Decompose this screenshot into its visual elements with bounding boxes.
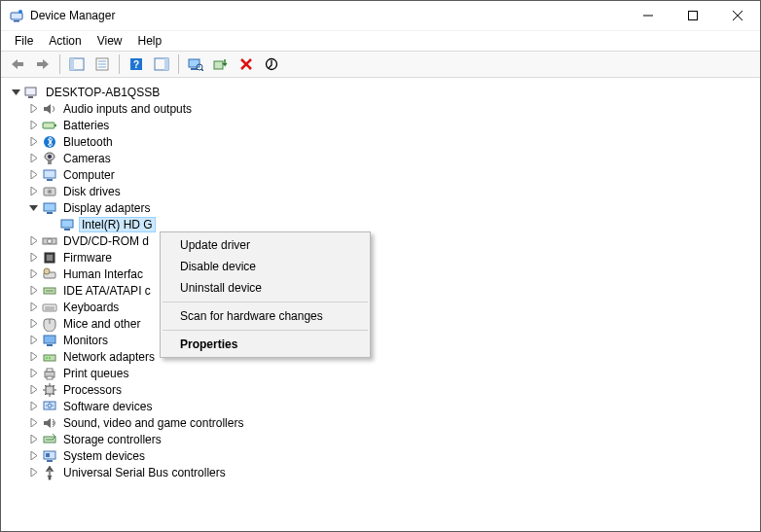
category-sound[interactable]: Sound, video and game controllers (9, 414, 760, 431)
sound-icon (42, 415, 57, 431)
toolbar-separator (178, 54, 179, 74)
category-firmware[interactable]: Firmware (9, 249, 760, 266)
expand-icon[interactable] (26, 135, 40, 149)
category-monitors[interactable]: Monitors (9, 332, 760, 348)
expand-icon[interactable] (26, 284, 40, 298)
monitors-icon (42, 333, 57, 348)
svg-rect-63 (44, 402, 55, 409)
category-bluetooth[interactable]: Bluetooth (9, 133, 760, 150)
menu-view[interactable]: View (90, 32, 130, 50)
category-network[interactable]: Network adapters (9, 348, 760, 365)
ctx-uninstall-device[interactable]: Uninstall device (161, 277, 370, 299)
ctx-scan-hardware[interactable]: Scan for hardware changes (161, 305, 370, 327)
expand-icon[interactable] (26, 367, 40, 380)
update-driver-button[interactable] (209, 53, 233, 76)
category-mice[interactable]: Mice and other (9, 315, 760, 332)
expand-icon[interactable] (26, 317, 40, 331)
svg-rect-67 (47, 460, 53, 462)
expand-icon[interactable] (26, 301, 40, 314)
ide-icon (42, 283, 57, 299)
svg-point-57 (46, 357, 48, 359)
tree-root[interactable]: DESKTOP-AB1QSSB (9, 84, 760, 100)
category-softdev[interactable]: Software devices (9, 398, 760, 414)
ctx-properties[interactable]: Properties (161, 334, 370, 355)
expand-icon[interactable] (26, 400, 40, 413)
category-sysdev[interactable]: System devices (9, 447, 760, 464)
svg-line-20 (201, 69, 203, 71)
svg-rect-28 (54, 124, 56, 126)
menu-action[interactable]: Action (41, 32, 89, 50)
category-keyboards[interactable]: Keyboards (9, 299, 760, 315)
expand-icon[interactable] (26, 234, 40, 248)
expand-icon[interactable] (26, 350, 40, 364)
maximize-button[interactable] (670, 1, 715, 30)
ctx-update-driver[interactable]: Update driver (161, 234, 370, 256)
device-tree[interactable]: DESKTOP-AB1QSSB Audio inputs and outputs… (1, 78, 760, 531)
expand-icon[interactable] (26, 185, 40, 198)
action-pane-button[interactable] (150, 53, 173, 76)
toolbar: ? (1, 51, 760, 78)
category-hid[interactable]: Human Interfac (9, 266, 760, 282)
svg-rect-40 (61, 220, 73, 228)
menu-file[interactable]: File (7, 32, 41, 50)
show-hide-tree-button[interactable] (65, 53, 89, 76)
disable-button[interactable] (260, 53, 283, 76)
forward-button[interactable] (31, 53, 54, 76)
category-disk[interactable]: Disk drives (9, 183, 760, 199)
window-title: Device Manager (30, 9, 115, 22)
category-dvd[interactable]: DVD/CD-ROM d (9, 232, 760, 249)
batteries-icon (42, 118, 57, 133)
device-display_child[interactable]: Intel(R) HD G (9, 216, 760, 232)
svg-rect-61 (47, 376, 53, 379)
ctx-disable-device[interactable]: Disable device (161, 256, 370, 277)
category-storage[interactable]: Storage controllers (9, 431, 760, 447)
minimize-button[interactable] (626, 1, 670, 30)
svg-rect-4 (689, 12, 698, 20)
svg-rect-16 (164, 58, 168, 70)
category-label: Audio inputs and outputs (61, 101, 194, 117)
back-button[interactable] (6, 53, 29, 76)
uninstall-button[interactable] (235, 53, 258, 76)
properties-button[interactable] (91, 53, 114, 76)
display-icon (42, 200, 57, 216)
category-processors[interactable]: Processors (9, 381, 760, 398)
svg-point-31 (48, 155, 52, 159)
category-label: Mice and other (61, 316, 142, 332)
category-display[interactable]: Display adapters (9, 199, 760, 216)
mice-icon (42, 316, 57, 332)
expand-icon[interactable] (26, 251, 40, 265)
category-label: DVD/CD-ROM d (61, 233, 151, 249)
category-label: Display adapters (61, 200, 152, 216)
category-ide[interactable]: IDE ATA/ATAPI c (9, 282, 760, 299)
expand-icon[interactable] (26, 119, 40, 132)
category-label: Cameras (61, 151, 113, 166)
collapse-icon[interactable] (9, 86, 22, 99)
svg-rect-62 (46, 386, 54, 394)
category-batteries[interactable]: Batteries (9, 117, 760, 133)
expand-icon[interactable] (26, 416, 40, 430)
help-button[interactable]: ? (125, 53, 148, 76)
category-computer[interactable]: Computer (9, 166, 760, 183)
svg-rect-17 (189, 59, 199, 67)
expand-icon[interactable] (26, 449, 40, 463)
collapse-icon[interactable] (26, 201, 40, 215)
expand-icon[interactable] (26, 152, 40, 165)
category-usb[interactable]: Universal Serial Bus controllers (9, 464, 760, 480)
expand-icon[interactable] (26, 433, 40, 446)
expand-icon[interactable] (26, 168, 40, 182)
expand-icon[interactable] (26, 102, 40, 116)
category-printq[interactable]: Print queues (9, 365, 760, 381)
expand-icon[interactable] (26, 466, 40, 479)
close-button[interactable] (715, 1, 760, 30)
context-menu: Update driver Disable device Uninstall d… (160, 231, 371, 358)
menu-help[interactable]: Help (130, 32, 170, 50)
category-cameras[interactable]: Cameras (9, 150, 760, 166)
expand-icon[interactable] (26, 383, 40, 397)
category-audio[interactable]: Audio inputs and outputs (9, 100, 760, 117)
expand-icon[interactable] (26, 267, 40, 281)
scan-hardware-button[interactable] (184, 53, 207, 76)
expand-icon[interactable] (26, 334, 40, 347)
category-label: Monitors (61, 333, 110, 348)
dvd-icon (42, 233, 57, 249)
category-label: IDE ATA/ATAPI c (61, 283, 153, 299)
